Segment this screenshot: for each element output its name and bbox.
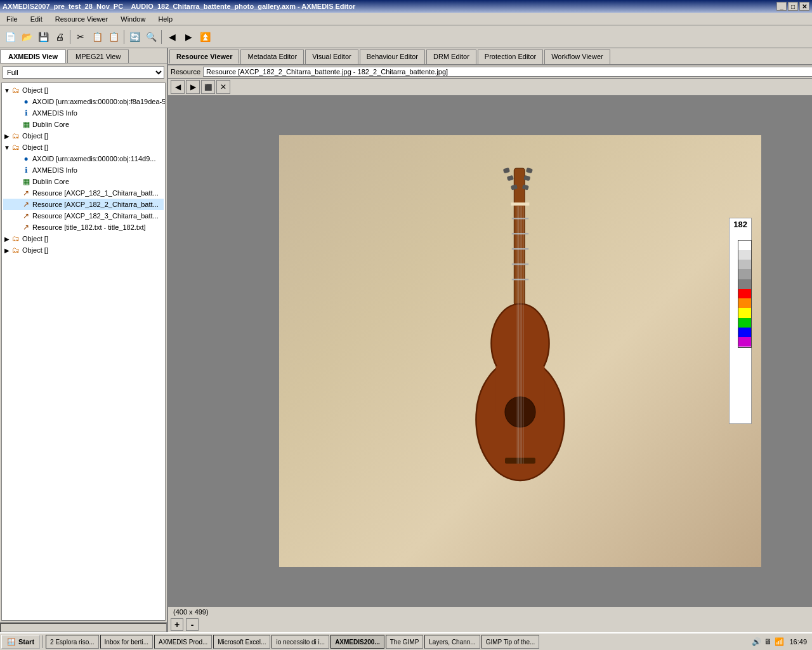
tab-visual-editor[interactable]: Visual Editor [305, 50, 358, 64]
tree-label: Object [] [22, 86, 48, 94]
toolbar-forward[interactable]: ▶ [181, 29, 196, 44]
menu-resource-viewer[interactable]: Resource Viewer [51, 14, 112, 24]
menubar: File Edit Resource Viewer Window Help [0, 13, 812, 25]
tree-object-2[interactable]: ▶ 🗂 Object [] [3, 130, 164, 142]
view-dropdown[interactable]: Full Compact Summary [3, 66, 164, 79]
menu-file[interactable]: File [3, 14, 22, 24]
resource-path-input[interactable]: Resource [AXCP_182_2_Chitarra_battente.j… [203, 67, 812, 77]
nav-close[interactable]: ✕ [216, 80, 230, 94]
tab-mpeg21-view[interactable]: MPEG21 View [67, 50, 129, 63]
expand-icon [13, 213, 21, 220]
menu-edit[interactable]: Edit [27, 14, 46, 24]
zoom-in-button[interactable]: + [171, 618, 183, 631]
system-clock: 16:49 [785, 638, 811, 646]
swatch-red [738, 289, 751, 298]
titlebar-controls[interactable]: _ □ ✕ [776, 2, 809, 11]
tab-protection-editor[interactable]: Protection Editor [478, 50, 543, 64]
sep1 [70, 30, 70, 44]
toolbar-print[interactable]: 🖨 [52, 29, 67, 44]
tab-resource-viewer[interactable]: Resource Viewer [169, 50, 239, 64]
start-button[interactable]: 🪟 Start [1, 635, 40, 649]
toolbar-save[interactable]: 💾 [36, 29, 51, 44]
tab-workflow-viewer[interactable]: Workflow Viewer [544, 50, 610, 64]
close-btn[interactable]: ✕ [799, 2, 809, 11]
tree-axmedis-info-1[interactable]: ℹ AXMEDIS Info [3, 107, 164, 119]
tree-axoid-1[interactable]: ● AXOID [urn:axmedis:00000:obj:f8a19dea-… [3, 96, 164, 107]
resource-bar: Resource Resource [AXCP_182_2_Chitarra_b… [168, 65, 812, 79]
tab-drm-editor[interactable]: DRM Editor [426, 50, 476, 64]
start-label: Start [18, 638, 34, 646]
toolbar-search[interactable]: 🔍 [143, 29, 159, 44]
toolbar-new[interactable]: 📄 [3, 29, 18, 44]
svg-rect-1 [503, 167, 510, 173]
toolbar-extra[interactable]: ⏫ [197, 29, 213, 44]
svg-rect-4 [526, 167, 533, 173]
tree-label: AXOID [urn:axmedis:00000:obj:114d9... [32, 155, 155, 162]
swatch-gray3 [738, 279, 751, 289]
object-icon: 🗂 [11, 131, 21, 141]
zoom-out-button[interactable]: - [186, 618, 199, 631]
object-icon: 🗂 [11, 234, 21, 244]
taskbar-btn-layers[interactable]: Layers, Chann... [424, 635, 480, 649]
tree-label: Resource [title_182.txt - title_182.txt] [32, 223, 146, 231]
swatch-purple [738, 337, 751, 347]
taskbar-btn-axmedis-prod[interactable]: AXMEDIS Prod... [154, 635, 212, 649]
tab-axmedis-view[interactable]: AXMEDIS View [0, 50, 66, 63]
tree-object-3[interactable]: ▼ 🗂 Object [] [3, 142, 164, 153]
nav-forward[interactable]: ▶ [186, 80, 200, 94]
menu-help[interactable]: Help [154, 14, 176, 24]
toolbar-open[interactable]: 📂 [19, 29, 34, 44]
expand-icon: ▶ [3, 133, 11, 140]
tree-root-object[interactable]: ▼ 🗂 Object [] [3, 84, 164, 96]
taskbar-btn-gimp-tip[interactable]: GIMP Tip of the... [481, 635, 540, 649]
resource-icon: ↗ [21, 199, 31, 209]
object-icon: 🗂 [11, 85, 21, 95]
image-info: (400 x 499) [168, 606, 812, 617]
toolbar-paste[interactable]: 📋 [106, 29, 121, 44]
menu-window[interactable]: Window [117, 14, 149, 24]
toolbar-refresh[interactable]: 🔄 [127, 29, 142, 44]
expand-icon [13, 121, 21, 128]
tree-object-4[interactable]: ▶ 🗂 Object [] [3, 233, 164, 244]
tree-axmedis-info-2[interactable]: ℹ AXMEDIS Info [3, 164, 164, 176]
resource-txt-icon: ↗ [21, 222, 31, 232]
minimize-btn[interactable]: _ [776, 2, 787, 11]
maximize-btn[interactable]: □ [788, 2, 798, 11]
toolbar-cut[interactable]: ✂ [73, 29, 88, 44]
toolbar-back[interactable]: ◀ [164, 29, 180, 44]
left-scrollbar[interactable] [0, 622, 167, 632]
tree-dublin-core-2[interactable]: ▦ Dublin Core [3, 176, 164, 187]
taskbar-btn-excel[interactable]: Microsoft Excel... [213, 635, 270, 649]
tree-object-5[interactable]: ▶ 🗂 Object [] [3, 244, 164, 256]
taskbar-btn-inbox[interactable]: Inbox for berti... [100, 635, 153, 649]
tab-metadata-editor[interactable]: Metadata Editor [240, 50, 304, 64]
tab-behaviour-editor[interactable]: Behaviour Editor [360, 50, 425, 64]
tree-axoid-2[interactable]: ● AXOID [urn:axmedis:00000:obj:114d9... [3, 153, 164, 164]
tree-dublin-core-1[interactable]: ▦ Dublin Core [3, 119, 164, 130]
expand-icon [13, 178, 21, 185]
tray-icon-1: 🔊 [751, 637, 761, 647]
toolbar-copy[interactable]: 📋 [89, 29, 105, 44]
taskbar-btn-necessito[interactable]: io necessito di i... [272, 635, 329, 649]
right-panel: Resource Viewer Metadata Editor Visual E… [168, 48, 812, 632]
tree-resource-4[interactable]: ↗ Resource [title_182.txt - title_182.tx… [3, 222, 164, 233]
expand-icon [13, 110, 21, 117]
tree-resource-1[interactable]: ↗ Resource [AXCP_182_1_Chitarra_batt... [3, 187, 164, 199]
tree[interactable]: ▼ 🗂 Object [] ● AXOID [urn:axmedis:00000… [1, 83, 166, 621]
resource-label: Resource [171, 68, 200, 76]
taskbar-btn-axmedis200[interactable]: AXMEDIS200... [331, 635, 384, 649]
tree-label: Object [] [22, 132, 48, 140]
nav-stop[interactable]: ⬛ [201, 80, 215, 94]
taskbar-btn-gimp[interactable]: The GIMP [386, 635, 424, 649]
tree-label: AXMEDIS Info [32, 109, 77, 117]
expand-icon: ▼ [3, 144, 11, 151]
expand-icon [13, 167, 21, 174]
tree-label: Resource [AXCP_182_2_Chitarra_batt... [32, 201, 159, 208]
image-viewer: 182 [168, 95, 812, 606]
scroll-track[interactable] [0, 623, 167, 632]
tree-resource-2[interactable]: ↗ Resource [AXCP_182_2_Chitarra_batt... [3, 199, 164, 210]
tree-label: AXOID [urn:axmedis:00000:obj:f8a19dea-5.… [32, 98, 166, 105]
nav-back[interactable]: ◀ [171, 80, 185, 94]
taskbar-btn-explorer[interactable]: 2 Esplora riso... [46, 635, 98, 649]
tree-resource-3[interactable]: ↗ Resource [AXCP_182_3_Chitarra_batt... [3, 210, 164, 222]
